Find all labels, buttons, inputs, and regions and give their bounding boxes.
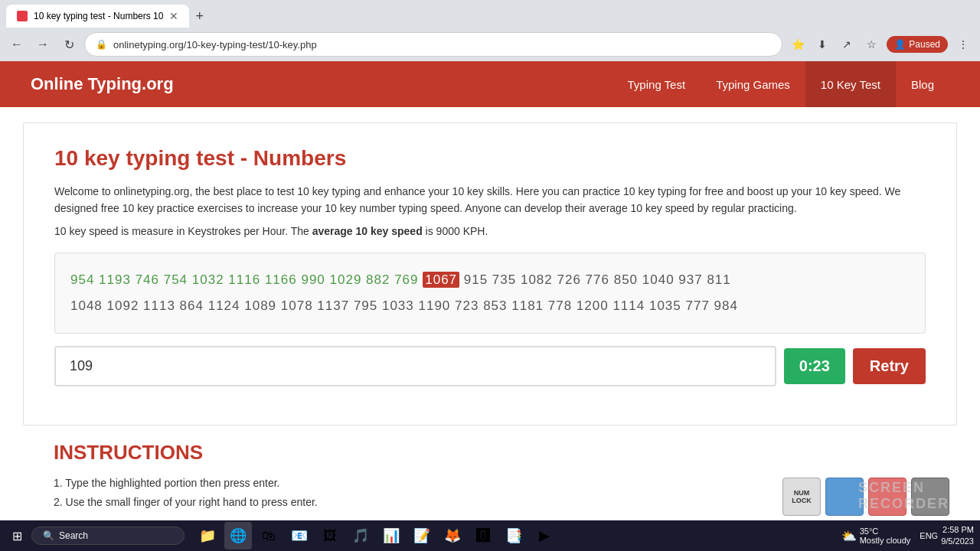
nav-typing-games[interactable]: Typing Games [701, 61, 805, 107]
typing-line-2-text: 1048 1092 1113 864 1124 1089 1078 1137 7… [70, 298, 738, 313]
refresh-button[interactable]: ↻ [58, 34, 80, 55]
new-tab-button[interactable]: + [189, 5, 210, 28]
taskbar-app-photos[interactable]: 🖼 [316, 522, 344, 549]
search-icon: 🔍 [43, 530, 54, 541]
taskbar-app-excel[interactable]: 📊 [377, 522, 405, 549]
typing-line-2: 1048 1092 1113 864 1124 1089 1078 1137 7… [70, 293, 910, 319]
active-tab[interactable]: 10 key typing test - Numbers 10 ✕ [6, 5, 189, 28]
main-nav: Typing Test Typing Games 10 Key Test Blo… [612, 61, 949, 107]
page-title: 10 key typing test - Numbers [54, 146, 926, 171]
start-button[interactable]: ⊞ [6, 526, 28, 546]
taskbar-app-mail[interactable]: 📧 [286, 522, 313, 549]
site-logo[interactable]: Online Typing.org [31, 74, 174, 94]
taskbar-app-word[interactable]: 📝 [408, 522, 436, 549]
taskbar-search-box[interactable]: 🔍 Search [31, 527, 185, 545]
search-placeholder: Search [59, 530, 88, 541]
back-button[interactable]: ← [6, 34, 28, 55]
lock-icon: 🔒 [96, 39, 107, 50]
taskbar-clock: 2:58 PM 9/5/2023 [941, 524, 974, 548]
screen-recorder-badge: SCREENRECORDER [858, 480, 949, 512]
avg-speed-bold: average 10 key speed [312, 225, 423, 237]
download-button[interactable]: ⬇ [812, 34, 833, 55]
main-content-box: 10 key typing test - Numbers Welcome to … [23, 122, 957, 425]
taskbar-sys-tray: ENG [920, 531, 938, 540]
tab-title: 10 key typing test - Numbers 10 [34, 11, 163, 21]
current-word: 1067 [423, 272, 459, 288]
input-row: 0:23 Retry [54, 346, 926, 386]
forward-button[interactable]: → [32, 34, 54, 55]
weather-info: 35°C Mostly cloudy [860, 527, 911, 545]
nav-10-key-test[interactable]: 10 Key Test [805, 61, 896, 107]
nav-typing-test[interactable]: Typing Test [612, 61, 701, 107]
keyboard-area: NUM LOCK SCREENRECORDER [0, 466, 980, 527]
typing-display-box: 954 1193 746 754 1032 1116 1166 990 1029… [54, 253, 926, 334]
sys-eng-label: ENG [920, 531, 938, 540]
clock-date: 9/5/2023 [941, 536, 974, 547]
taskbar-app-edge[interactable]: 🦊 [439, 522, 466, 549]
windows-taskbar: ⊞ 🔍 Search 📁 🌐 🛍 📧 🖼 🎵 📊 📝 🦊 🅾 📑 ▶ ⛅ 35°… [0, 520, 980, 551]
timer-display: 0:23 [784, 348, 845, 384]
taskbar-app-opera[interactable]: 🅾 [469, 522, 497, 549]
profile-button[interactable]: 👤 Paused [887, 36, 948, 53]
taskbar-app-chrome[interactable]: 🌐 [224, 522, 252, 549]
upcoming-text: 915 735 1082 726 776 850 1040 937 811 [459, 272, 731, 287]
retry-button[interactable]: Retry [853, 348, 926, 384]
site-header: Online Typing.org Typing Test Typing Gam… [0, 61, 980, 107]
weather-desc: Mostly cloudy [860, 536, 911, 545]
profile-label: Paused [909, 39, 940, 50]
typing-input[interactable] [54, 346, 776, 386]
menu-button[interactable]: ⋮ [952, 34, 974, 55]
description-text: Welcome to onlinetyping.org, the best pl… [54, 183, 926, 217]
avg-speed-suffix: is 9000 KPH. [423, 225, 488, 237]
address-bar[interactable]: 🔒 onlinetyping.org/10-key-typing-test/10… [84, 32, 782, 57]
share-button[interactable]: ↗ [836, 34, 858, 55]
extensions-button[interactable]: ⭐ [787, 34, 808, 55]
weather-icon: ⛅ [841, 529, 857, 543]
typed-text: 954 1193 746 754 1032 1116 1166 990 1029… [70, 272, 423, 287]
profile-icon: 👤 [894, 39, 906, 50]
avg-speed-text: 10 key speed is measure in Keystrokes pe… [54, 225, 926, 237]
toolbar-icons: ⭐ ⬇ ↗ ☆ [787, 34, 882, 55]
url-text: onlinetyping.org/10-key-typing-test/10-k… [113, 39, 771, 51]
num-lock-key: NUM LOCK [782, 478, 821, 516]
taskbar-app-media[interactable]: 🎵 [347, 522, 374, 549]
taskbar-app-yt[interactable]: ▶ [531, 522, 558, 549]
clock-time: 2:58 PM [941, 524, 974, 536]
typing-line-1: 954 1193 746 754 1032 1116 1166 990 1029… [70, 267, 910, 293]
bookmark-button[interactable]: ☆ [861, 34, 882, 55]
weather-temp: 35°C [860, 527, 911, 536]
nav-blog[interactable]: Blog [896, 61, 949, 107]
tab-favicon [17, 11, 28, 21]
taskbar-app-ppt[interactable]: 📑 [500, 522, 528, 549]
taskbar-app-file-explorer[interactable]: 📁 [194, 522, 221, 549]
taskbar-apps: 📁 🌐 🛍 📧 🖼 🎵 📊 📝 🦊 🅾 📑 ▶ [194, 522, 838, 549]
avg-speed-prefix: 10 key speed is measure in Keystrokes pe… [54, 225, 312, 237]
taskbar-app-store[interactable]: 🛍 [255, 522, 283, 549]
taskbar-weather: ⛅ 35°C Mostly cloudy [841, 527, 911, 545]
tab-close-button[interactable]: ✕ [169, 10, 178, 22]
instructions-title: INSTRUCTIONS [54, 441, 926, 465]
